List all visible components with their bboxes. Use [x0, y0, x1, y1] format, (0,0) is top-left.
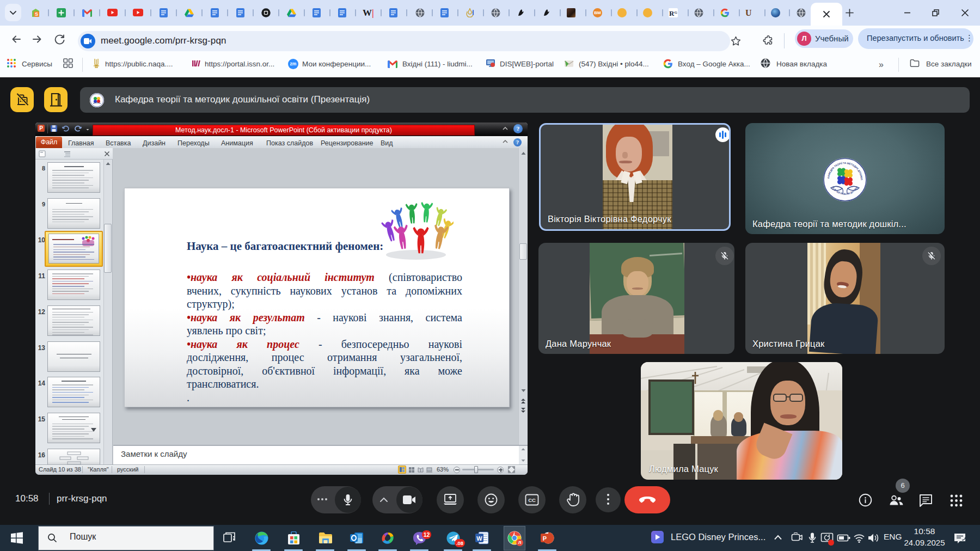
svg-text:P: P [543, 535, 547, 542]
svg-text:W: W [476, 535, 482, 542]
svg-text:CC: CC [528, 497, 536, 503]
svg-text:S: S [35, 11, 38, 17]
